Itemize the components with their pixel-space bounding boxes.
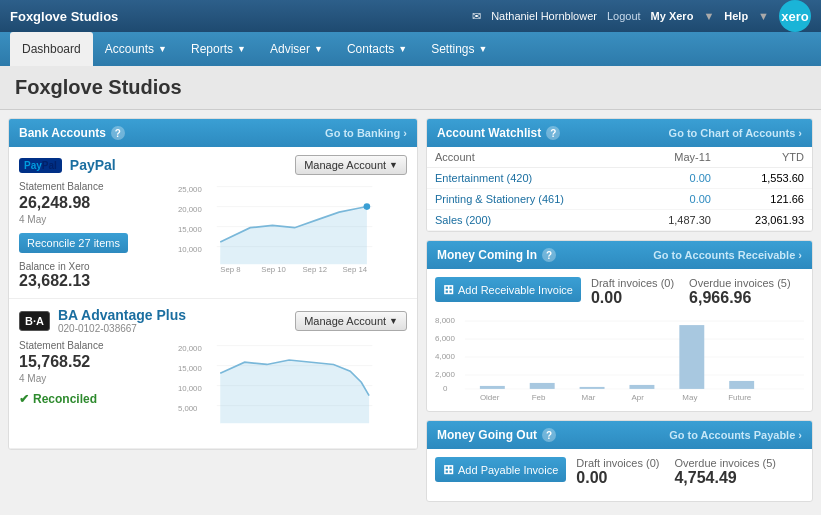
paypal-balance-label: Balance in Xero bbox=[19, 261, 139, 272]
ba-mini-chart: 20,000 15,000 10,000 5,000 bbox=[149, 340, 407, 440]
watchlist-row: Printing & Stationery (461) 0.00 121.66 bbox=[427, 189, 812, 210]
logout-link[interactable]: Logout bbox=[607, 10, 641, 22]
add-payable-invoice-button[interactable]: ⊞ Add Payable Invoice bbox=[435, 457, 566, 482]
right-column: Account Watchlist ? Go to Chart of Accou… bbox=[426, 118, 813, 502]
col-may11-header: May-11 bbox=[635, 147, 719, 168]
svg-rect-34 bbox=[629, 385, 654, 389]
watchlist-account-name: Sales (200) bbox=[427, 210, 635, 231]
ba-bank-card: B·A BA Advantage Plus 020-0102-038667 Ma… bbox=[9, 299, 417, 449]
my-xero-link[interactable]: My Xero bbox=[651, 10, 694, 22]
draft-invoices-label: Draft invoices (0) bbox=[591, 277, 674, 289]
ba-statement-amount: 15,768.52 bbox=[19, 353, 139, 371]
svg-text:4,000: 4,000 bbox=[435, 352, 456, 361]
money-in-top: ⊞ Add Receivable Invoice Draft invoices … bbox=[435, 277, 804, 307]
svg-text:0: 0 bbox=[443, 384, 448, 393]
svg-text:Sep 12: Sep 12 bbox=[302, 265, 327, 274]
nav-reports[interactable]: Reports ▼ bbox=[179, 32, 258, 66]
watchlist-may11: 1,487.30 bbox=[635, 210, 719, 231]
money-coming-in-panel: Money Coming In ? Go to Accounts Receiva… bbox=[426, 240, 813, 412]
paypal-logo: PayPal bbox=[19, 158, 62, 173]
ba-card-left: Statement Balance 15,768.52 4 May ✔ Reco… bbox=[19, 340, 139, 440]
money-in-body: ⊞ Add Receivable Invoice Draft invoices … bbox=[427, 269, 812, 411]
email-icon: ✉ bbox=[472, 10, 481, 23]
svg-text:25,000: 25,000 bbox=[178, 185, 202, 194]
ba-statement-date: 4 May bbox=[19, 373, 139, 384]
paypal-statement-date: 4 May bbox=[19, 214, 139, 225]
current-user: Nathaniel Hornblower bbox=[491, 10, 597, 22]
paypal-statement-amount: 26,248.98 bbox=[19, 194, 139, 212]
paypal-bank-card: PayPal PayPal Manage Account ▼ Statement… bbox=[9, 147, 417, 299]
ba-manage-button[interactable]: Manage Account ▼ bbox=[295, 311, 407, 331]
svg-text:Older: Older bbox=[480, 393, 500, 402]
ba-logo: B·A bbox=[19, 311, 50, 331]
page-title-bar: Foxglove Studios bbox=[0, 66, 821, 110]
paypal-manage-button[interactable]: Manage Account ▼ bbox=[295, 155, 407, 175]
app-brand: Foxglove Studios bbox=[10, 9, 118, 24]
paypal-reconcile-button[interactable]: Reconcile 27 items bbox=[19, 233, 128, 253]
nav-adviser[interactable]: Adviser ▼ bbox=[258, 32, 335, 66]
watchlist-help-icon[interactable]: ? bbox=[546, 126, 560, 140]
ba-card-header: B·A BA Advantage Plus 020-0102-038667 Ma… bbox=[19, 307, 407, 334]
watchlist-row: Entertainment (420) 0.00 1,553.60 bbox=[427, 168, 812, 189]
overdue-invoices-group: Overdue invoices (5) 6,966.96 bbox=[689, 277, 791, 307]
nav-contacts[interactable]: Contacts ▼ bbox=[335, 32, 419, 66]
ba-reconciled-badge: ✔ Reconciled bbox=[19, 392, 139, 406]
paypal-card-body: Statement Balance 26,248.98 4 May Reconc… bbox=[19, 181, 407, 290]
paypal-card-left: Statement Balance 26,248.98 4 May Reconc… bbox=[19, 181, 139, 290]
svg-text:10,000: 10,000 bbox=[178, 245, 202, 254]
paypal-balance-amount: 23,682.13 bbox=[19, 272, 139, 290]
bank-accounts-header: Bank Accounts ? Go to Banking › bbox=[9, 119, 417, 147]
svg-text:Future: Future bbox=[728, 393, 752, 402]
main-content: Bank Accounts ? Go to Banking › PayPal P… bbox=[0, 110, 821, 510]
svg-text:10,000: 10,000 bbox=[178, 384, 202, 393]
payable-draft-amount: 0.00 bbox=[576, 469, 659, 487]
bank-accounts-panel: Bank Accounts ? Go to Banking › PayPal P… bbox=[8, 118, 418, 450]
money-out-top: ⊞ Add Payable Invoice Draft invoices (0)… bbox=[435, 457, 804, 487]
ba-name-group: BA Advantage Plus 020-0102-038667 bbox=[58, 307, 186, 334]
watchlist-header-row: Account May-11 YTD bbox=[427, 147, 812, 168]
money-in-help-icon[interactable]: ? bbox=[542, 248, 556, 262]
ba-name: BA Advantage Plus bbox=[58, 307, 186, 323]
col-ytd-header: YTD bbox=[719, 147, 812, 168]
paypal-card-header: PayPal PayPal Manage Account ▼ bbox=[19, 155, 407, 175]
watchlist-title: Account Watchlist bbox=[437, 126, 541, 140]
ba-account-num: 020-0102-038667 bbox=[58, 323, 186, 334]
watchlist-title-group: Account Watchlist ? bbox=[437, 126, 560, 140]
money-in-chart: 8,000 6,000 4,000 2,000 0 bbox=[435, 313, 804, 403]
overdue-amount: 6,966.96 bbox=[689, 289, 791, 307]
svg-text:Sep 8: Sep 8 bbox=[220, 265, 240, 274]
go-to-banking-link[interactable]: Go to Banking › bbox=[325, 127, 407, 139]
svg-text:Apr: Apr bbox=[631, 393, 644, 402]
ba-statement-label: Statement Balance bbox=[19, 340, 139, 351]
watchlist-account-name: Printing & Stationery (461) bbox=[427, 189, 635, 210]
plus-icon-2: ⊞ bbox=[443, 462, 454, 477]
manage-arrow-icon: ▼ bbox=[389, 160, 398, 170]
help-link[interactable]: Help bbox=[724, 10, 748, 22]
xero-logo: xero bbox=[779, 0, 811, 32]
ba-manage-arrow-icon: ▼ bbox=[389, 316, 398, 326]
nav-accounts[interactable]: Accounts ▼ bbox=[93, 32, 179, 66]
bank-accounts-help-icon[interactable]: ? bbox=[111, 126, 125, 140]
paypal-name: PayPal bbox=[70, 157, 116, 173]
money-in-title: Money Coming In bbox=[437, 248, 537, 262]
add-receivable-invoice-button[interactable]: ⊞ Add Receivable Invoice bbox=[435, 277, 581, 302]
top-nav-right: ✉ Nathaniel Hornblower Logout My Xero ▼ … bbox=[472, 0, 811, 32]
bank-accounts-title: Bank Accounts bbox=[19, 126, 106, 140]
svg-text:8,000: 8,000 bbox=[435, 316, 456, 325]
go-to-chart-link[interactable]: Go to Chart of Accounts › bbox=[669, 127, 802, 139]
payable-draft-group: Draft invoices (0) 0.00 bbox=[576, 457, 659, 487]
money-out-title-group: Money Going Out ? bbox=[437, 428, 556, 442]
money-out-header: Money Going Out ? Go to Accounts Payable… bbox=[427, 421, 812, 449]
nav-dashboard[interactable]: Dashboard bbox=[10, 32, 93, 66]
svg-rect-35 bbox=[679, 325, 704, 389]
go-to-receivable-link[interactable]: Go to Accounts Receivable › bbox=[653, 249, 802, 261]
go-to-payable-link[interactable]: Go to Accounts Payable › bbox=[669, 429, 802, 441]
nav-settings[interactable]: Settings ▼ bbox=[419, 32, 499, 66]
money-in-chart-svg: 8,000 6,000 4,000 2,000 0 bbox=[435, 313, 804, 403]
money-out-help-icon[interactable]: ? bbox=[542, 428, 556, 442]
col-account-header: Account bbox=[427, 147, 635, 168]
money-in-invoice-info: Draft invoices (0) 0.00 Overdue invoices… bbox=[591, 277, 791, 307]
bank-accounts-title-group: Bank Accounts ? bbox=[19, 126, 125, 140]
draft-invoices-amount: 0.00 bbox=[591, 289, 674, 307]
paypal-chart-svg: 25,000 20,000 15,000 10,000 Sep 8 Sep 10 bbox=[149, 181, 407, 281]
